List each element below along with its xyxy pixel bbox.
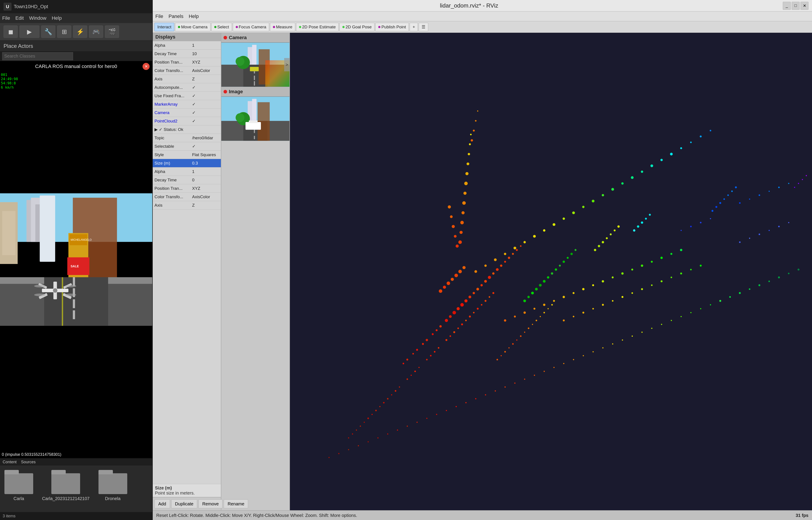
svg-point-256	[454, 274, 458, 277]
svg-point-165	[465, 319, 467, 321]
display-row-4[interactable]: Axis Z	[153, 75, 221, 83]
folder-carla[interactable]: Carla	[4, 470, 33, 501]
tool-lightning[interactable]: ⚡	[73, 25, 87, 38]
display-row-2[interactable]: Position Tran... XYZ	[153, 58, 221, 67]
tool-settings[interactable]: 🔧	[41, 25, 55, 38]
display-row-pos2[interactable]: Position Tran... XYZ	[153, 184, 221, 193]
svg-point-318	[641, 332, 642, 333]
tool-interact[interactable]: Interact	[155, 23, 174, 31]
tool-publish-point[interactable]: Publish Point	[375, 23, 409, 31]
svg-point-151	[602, 280, 604, 283]
display-row-status[interactable]: ▶ ✓ Status: Ok	[153, 125, 221, 134]
svg-point-117	[567, 257, 569, 259]
tool-grid[interactable]: ⊞	[57, 25, 71, 38]
carla-close-button[interactable]: ✕	[142, 63, 149, 70]
svg-point-185	[496, 359, 498, 360]
display-row-selectable[interactable]: Selectable ✓	[153, 142, 221, 151]
svg-point-30	[65, 285, 76, 287]
tool-menu[interactable]: ☰	[419, 23, 428, 31]
add-button[interactable]: Add	[155, 499, 170, 508]
ue-logo: U	[3, 3, 11, 10]
menu-edit[interactable]: Edit	[15, 15, 24, 21]
rviz-close[interactable]: ✕	[801, 2, 809, 10]
display-row-style[interactable]: Style Flat Squares	[153, 151, 221, 159]
duplicate-button[interactable]: Duplicate	[171, 499, 197, 508]
rviz-maximize[interactable]: □	[792, 2, 800, 10]
svg-point-93	[460, 221, 464, 224]
svg-point-99	[467, 162, 469, 165]
rviz-menu-help[interactable]: Help	[189, 14, 199, 19]
sources-tab[interactable]: Sources	[21, 460, 36, 464]
search-input[interactable]	[2, 52, 73, 60]
tool-select[interactable]: Select	[212, 23, 232, 31]
display-row-markerarray[interactable]: MarkerArray ✓	[153, 100, 221, 108]
display-row-3[interactable]: Color Transfo... AxisColor	[153, 67, 221, 75]
tool-2d-pose[interactable]: 2D Pose Estimate	[296, 23, 339, 31]
svg-point-303	[495, 390, 496, 391]
tool-gamepad[interactable]: 🎮	[89, 25, 103, 38]
display-row-axis2[interactable]: Axis Z	[153, 201, 221, 209]
svg-point-288	[348, 449, 349, 450]
display-row-alpha2[interactable]: Alpha 1	[153, 167, 221, 176]
display-row-1[interactable]: Decay Time 10	[153, 50, 221, 58]
display-row-pointcloud2[interactable]: PointCloud2 ✓	[153, 117, 221, 125]
tool-extra[interactable]: +	[410, 23, 418, 31]
svg-point-196	[540, 316, 541, 317]
display-row-0[interactable]: Alpha 1	[153, 41, 221, 50]
display-row-topic[interactable]: Topic /hero0/lidar	[153, 134, 221, 142]
folder-carla2[interactable]: Carla_20231212142107	[42, 470, 90, 501]
items-count: 3 items	[3, 514, 16, 518]
rviz-menu-file[interactable]: File	[156, 14, 163, 19]
menu-window[interactable]: Window	[29, 15, 46, 21]
svg-point-277	[778, 277, 780, 278]
svg-point-106	[450, 215, 453, 218]
display-row-color2[interactable]: Color Transfo... AxisColor	[153, 193, 221, 201]
svg-point-194	[532, 324, 533, 325]
svg-point-292	[387, 434, 388, 435]
svg-point-231	[533, 235, 536, 238]
tool-2d-goal[interactable]: 2D Goal Pose	[339, 23, 374, 31]
svg-point-287	[338, 453, 339, 454]
tool-play[interactable]: ▶	[20, 25, 39, 38]
svg-point-91	[458, 240, 462, 244]
rviz-titlebar: lidar_odom.rviz* - RViz _ □ ✕	[153, 0, 812, 11]
remove-button[interactable]: Remove	[198, 499, 222, 508]
display-row-size[interactable]: Size (m) 0.3	[153, 159, 221, 167]
svg-rect-44	[254, 81, 255, 86]
menu-help[interactable]: Help	[52, 15, 62, 21]
svg-point-272	[729, 296, 731, 297]
svg-point-326	[798, 183, 799, 184]
svg-point-217	[690, 226, 692, 227]
cam-chevron-right[interactable]: >	[284, 58, 289, 71]
svg-point-54	[236, 113, 245, 122]
svg-point-98	[466, 172, 469, 175]
svg-point-96	[464, 191, 467, 195]
svg-point-142	[514, 316, 516, 318]
svg-point-137	[727, 194, 729, 196]
tool-camera[interactable]: 🎬	[105, 25, 119, 38]
svg-point-83	[512, 253, 514, 255]
folder-carla2-icon	[51, 470, 80, 494]
display-row-5[interactable]: Autocompute... ✓	[153, 83, 221, 92]
menu-file[interactable]: File	[2, 15, 10, 21]
svg-point-80	[422, 343, 424, 345]
rviz-panel: lidar_odom.rviz* - RViz _ □ ✕ File Panel…	[153, 0, 812, 520]
svg-point-278	[788, 272, 789, 274]
svg-point-227	[494, 258, 497, 261]
display-row-6[interactable]: Use Fixed Fra... ✓	[153, 92, 221, 100]
content-tab[interactable]: Content	[3, 460, 17, 464]
rviz-menu-panels[interactable]: Panels	[168, 14, 183, 19]
folder-dronela[interactable]: Dronela	[99, 470, 127, 501]
svg-rect-2	[2, 211, 16, 255]
tool-focus-camera[interactable]: Focus Camera	[233, 23, 269, 31]
svg-point-295	[417, 422, 418, 423]
display-row-camera[interactable]: Camera ✓	[153, 108, 221, 117]
svg-point-65	[456, 307, 460, 310]
display-row-decay2[interactable]: Decay Time 0	[153, 176, 221, 184]
tool-move-camera[interactable]: Move Camera	[175, 23, 210, 31]
tool-measure[interactable]: Measure	[270, 23, 295, 31]
svg-point-94	[461, 211, 465, 214]
tool-transform[interactable]: ◼	[3, 25, 18, 38]
svg-point-262	[371, 414, 373, 415]
rviz-minimize[interactable]: _	[783, 2, 791, 10]
